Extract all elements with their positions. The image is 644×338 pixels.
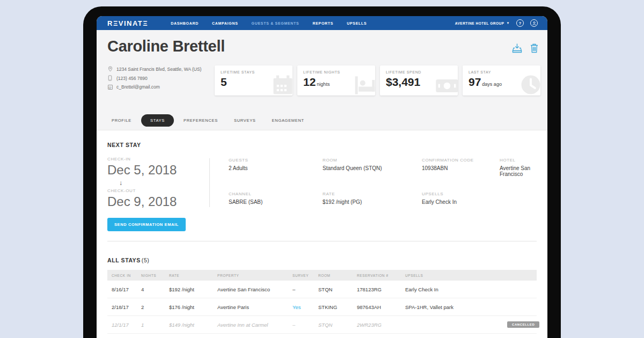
guest-address-row: 1234 Saint Francis Blvd, Seattle, WA (US…: [107, 66, 201, 72]
stat-card-last-stay: LAST STAY 97days ago: [463, 65, 540, 95]
delete-guest-icon[interactable]: [530, 43, 539, 53]
nav-item-upsells[interactable]: UPSELLS: [347, 21, 367, 25]
field-confirmation-code: CONFIRMATION CODE 10938ABN: [422, 158, 500, 177]
all-stays-title: ALL STAYS(5): [107, 257, 537, 263]
guest-address: 1234 Saint Francis Blvd, Seattle, WA (US…: [116, 67, 201, 72]
revinate-logo: RΞVINATΞ: [107, 19, 148, 27]
field-upsells: UPSELLS Early Check In: [422, 192, 500, 205]
chevron-down-icon: ▼: [507, 21, 510, 25]
nav-item-campaigns[interactable]: CAMPAIGNS: [212, 21, 238, 25]
nav-item-reports[interactable]: REPORTS: [312, 21, 333, 25]
next-stay-fields: GUESTS 2 Adults ROOM Standard Queen (STQ…: [210, 157, 537, 209]
check-out-date: Dec 9, 2018: [107, 194, 209, 209]
stat-cards: LIFETIME STAYS 5 LIFETIME NIGH: [215, 65, 540, 95]
all-stays-section: ALL STAYS(5) CHECK IN NIGHTS RATE PROPER…: [107, 257, 537, 338]
location-pin-icon: [107, 66, 113, 72]
bed-icon: [353, 75, 375, 95]
all-stays-count: (5): [142, 257, 150, 263]
survey-yes-link[interactable]: Yes: [292, 304, 318, 310]
export-guest-icon[interactable]: [512, 43, 522, 53]
profile-tabs: PROFILE STAYS PREFERENCES SURVEYS ENGAGE…: [105, 114, 311, 127]
app-window: RΞVINATΞ DASHBOARD CAMPAIGNS GUESTS & SE…: [97, 16, 547, 338]
stays-table: CHECK IN NIGHTS RATE PROPERTY SURVEY ROO…: [107, 270, 537, 338]
email-icon: @: [107, 85, 113, 90]
send-confirmation-email-button[interactable]: SEND CONFIRMATION EMAIL: [107, 218, 186, 231]
calendar-icon: [272, 74, 292, 95]
arrow-down-icon: ↓: [119, 179, 209, 187]
check-in-label: CHECK-IN: [107, 157, 209, 161]
cancelled-badge: CANCELLED: [507, 321, 539, 328]
table-header-row: CHECK IN NIGHTS RATE PROPERTY SURVEY ROO…: [107, 270, 537, 281]
money-icon: [435, 76, 458, 95]
account-label: AVERTINE HOTEL GROUP: [455, 21, 504, 25]
stat-card-lifetime-nights: LIFETIME NIGHTS 12nights: [297, 65, 375, 95]
top-nav: RΞVINATΞ DASHBOARD CAMPAIGNS GUESTS & SE…: [97, 16, 547, 30]
next-stay-dates: CHECK-IN Dec 5, 2018 ↓ CHECK-OUT Dec 9, …: [107, 157, 209, 209]
tab-profile[interactable]: PROFILE: [105, 114, 138, 127]
table-row[interactable]: 2/18/17 2 $176 /night Avertine Paris Yes…: [107, 298, 537, 316]
profile-icon[interactable]: [530, 19, 538, 27]
field-rate: RATE $192 /night (PG): [323, 192, 422, 205]
stat-label: LIFETIME SPEND: [386, 70, 452, 74]
nav-item-dashboard[interactable]: DASHBOARD: [171, 21, 199, 25]
guest-email: c_Brettel@gmail.com: [116, 84, 160, 90]
page-background: RΞVINATΞ DASHBOARD CAMPAIGNS GUESTS & SE…: [0, 0, 644, 338]
contact-info: 1234 Saint Francis Blvd, Seattle, WA (US…: [107, 66, 201, 90]
tab-surveys[interactable]: SURVEYS: [228, 114, 262, 127]
field-channel: CHANNEL SABRE (SAB): [229, 192, 323, 205]
next-stay-section: NEXT STAY CHECK-IN Dec 5, 2018 ↓ CHECK-O…: [107, 130, 537, 231]
tab-engagement[interactable]: ENGAGEMENT: [266, 114, 311, 127]
check-out-label: CHECK-OUT: [107, 188, 209, 193]
device-frame: RΞVINATΞ DASHBOARD CAMPAIGNS GUESTS & SE…: [83, 6, 561, 338]
section-divider: [107, 241, 537, 241]
field-hotel: HOTEL Avertine San Francisco: [500, 158, 537, 177]
guest-phone: (123) 456 7890: [116, 76, 148, 81]
guest-header: Caroline Brettell: [97, 30, 547, 130]
phone-icon: [107, 75, 113, 81]
nav-menu: DASHBOARD CAMPAIGNS GUESTS & SEGMENTS RE…: [171, 21, 367, 25]
tab-stays[interactable]: STAYS: [141, 114, 174, 127]
nav-item-guests-segments[interactable]: GUESTS & SEGMENTS: [252, 21, 299, 25]
guest-phone-row: (123) 456 7890: [107, 75, 201, 81]
stat-card-lifetime-spend: LIFETIME SPEND $3,491: [380, 65, 458, 95]
table-row[interactable]: 10/6/16 2 $145 /night Avertine San Franc…: [107, 334, 537, 338]
stat-card-lifetime-stays: LIFETIME STAYS 5: [215, 65, 292, 95]
check-in-date: Dec 5, 2018: [107, 163, 209, 178]
stat-label: LIFETIME NIGHTS: [303, 70, 369, 74]
tab-preferences[interactable]: PREFERENCES: [177, 114, 224, 127]
stays-content: NEXT STAY CHECK-IN Dec 5, 2018 ↓ CHECK-O…: [97, 130, 547, 338]
field-guests: GUESTS 2 Adults: [229, 158, 323, 177]
field-room: ROOM Standard Queen (STQN): [323, 158, 422, 177]
page-title: Caroline Brettell: [107, 38, 225, 55]
account-dropdown[interactable]: AVERTINE HOTEL GROUP ▼: [455, 21, 510, 25]
table-row[interactable]: 8/16/17 4 $192 /night Avertine San Franc…: [107, 281, 537, 298]
next-stay-title: NEXT STAY: [107, 142, 537, 148]
table-row-cancelled[interactable]: 12/1/17 1 $149 /night Avertine Inn at Ca…: [107, 316, 537, 334]
guest-email-row: @ c_Brettel@gmail.com: [107, 84, 201, 90]
clock-icon: [519, 74, 540, 95]
help-icon[interactable]: ?: [516, 19, 524, 27]
